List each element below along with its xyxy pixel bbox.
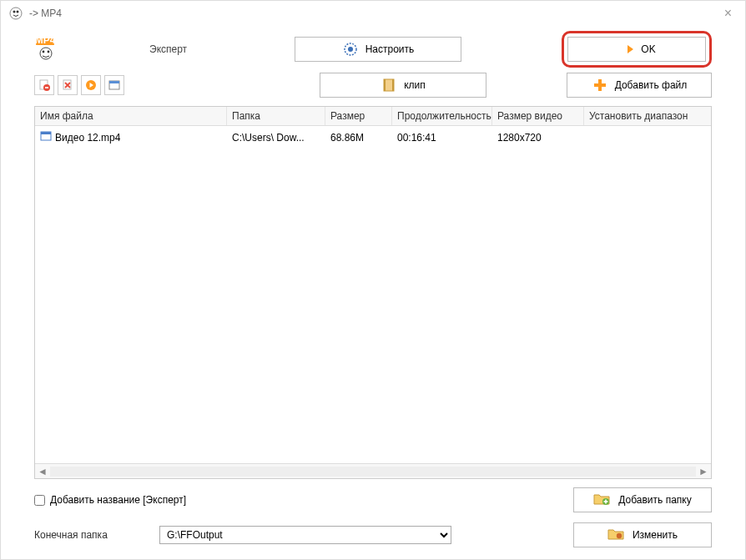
- add-title-label: Добавить название [Эксперт]: [50, 494, 186, 506]
- toolbar: MP4 Эксперт Настроить OK: [1, 26, 745, 106]
- svg-point-27: [617, 532, 622, 537]
- app-icon: [9, 7, 23, 20]
- add-title-checkbox[interactable]: [34, 495, 45, 506]
- scroll-left-icon[interactable]: ◄: [35, 465, 50, 478]
- add-folder-label: Добавить папку: [618, 494, 691, 506]
- close-icon[interactable]: ×: [719, 6, 737, 21]
- col-size[interactable]: Размер: [325, 107, 392, 125]
- bottom-panel: Добавить название [Эксперт] Добавить пап…: [1, 479, 745, 559]
- svg-point-6: [43, 51, 45, 53]
- play-button[interactable]: [81, 75, 101, 95]
- svg-point-2: [17, 11, 19, 13]
- svg-text:MP4: MP4: [35, 38, 56, 46]
- ok-highlight: OK: [562, 31, 712, 68]
- cell-name: Видео 12.mp4: [55, 132, 120, 144]
- add-title-checkbox-wrap[interactable]: Добавить название [Эксперт]: [34, 494, 186, 506]
- svg-rect-16: [109, 81, 119, 83]
- col-folder[interactable]: Папка: [227, 107, 325, 125]
- change-button[interactable]: Изменить: [573, 522, 712, 547]
- table-row[interactable]: Видео 12.mp4 C:\Users\ Dow... 68.86M 00:…: [35, 126, 711, 149]
- add-folder-button[interactable]: Добавить папку: [573, 487, 712, 512]
- arrow-right-icon: [617, 41, 634, 58]
- configure-button[interactable]: Настроить: [295, 37, 461, 62]
- scroll-right-icon[interactable]: ►: [696, 465, 711, 478]
- format-badge: MP4: [34, 38, 58, 61]
- cell-size: 68.86M: [325, 129, 392, 146]
- cell-range: [584, 129, 711, 146]
- app-window: { "titlebar": { "title": "-> MP4" }, "to…: [0, 0, 746, 560]
- table-body: Видео 12.mp4 C:\Users\ Dow... 68.86M 00:…: [35, 126, 711, 463]
- col-range[interactable]: Установить диапазон: [584, 107, 711, 125]
- svg-rect-18: [384, 79, 386, 91]
- ok-button[interactable]: OK: [567, 37, 706, 62]
- file-table: Имя файла Папка Размер Продолжительность…: [34, 106, 712, 479]
- horizontal-scrollbar[interactable]: ◄ ►: [35, 463, 711, 478]
- plus-icon: [592, 77, 608, 93]
- svg-point-0: [10, 8, 22, 19]
- clip-label: клип: [404, 79, 426, 91]
- add-file-button[interactable]: Добавить файл: [567, 73, 712, 98]
- gear-icon: [342, 41, 359, 58]
- svg-rect-12: [45, 87, 48, 88]
- folder-plus-icon: [593, 492, 610, 508]
- cell-video-size: 1280x720: [492, 129, 584, 146]
- table-header: Имя файла Папка Размер Продолжительность…: [35, 107, 711, 126]
- clip-button[interactable]: клип: [320, 73, 486, 98]
- svg-rect-23: [41, 132, 51, 134]
- col-duration[interactable]: Продолжительность: [392, 107, 492, 125]
- svg-rect-19: [392, 79, 394, 91]
- dest-label: Конечная папка: [34, 529, 151, 541]
- cell-duration: 00:16:41: [392, 129, 492, 146]
- titlebar: -> MP4 ×: [1, 1, 745, 26]
- delete-button[interactable]: [58, 75, 78, 95]
- change-label: Изменить: [633, 529, 678, 541]
- dest-folder-select[interactable]: G:\FFOutput: [159, 526, 451, 544]
- expert-label: Эксперт: [149, 43, 187, 55]
- filmstrip-icon: [381, 77, 397, 93]
- folder-open-icon: [607, 527, 624, 543]
- cell-folder: C:\Users\ Dow...: [227, 129, 325, 146]
- configure-label: Настроить: [365, 43, 415, 55]
- svg-point-9: [348, 47, 353, 52]
- col-video-size[interactable]: Размер видео: [492, 107, 584, 125]
- properties-button[interactable]: [104, 75, 124, 95]
- svg-rect-26: [604, 501, 608, 502]
- svg-point-7: [48, 51, 50, 53]
- add-file-label: Добавить файл: [615, 79, 688, 91]
- col-name[interactable]: Имя файла: [35, 107, 227, 125]
- window-title: -> MP4: [29, 8, 719, 19]
- video-file-icon: [40, 130, 52, 144]
- svg-rect-21: [594, 83, 606, 87]
- svg-point-1: [13, 11, 16, 13]
- scroll-track[interactable]: [50, 467, 696, 477]
- ok-label: OK: [641, 43, 655, 55]
- remove-item-button[interactable]: [34, 75, 54, 95]
